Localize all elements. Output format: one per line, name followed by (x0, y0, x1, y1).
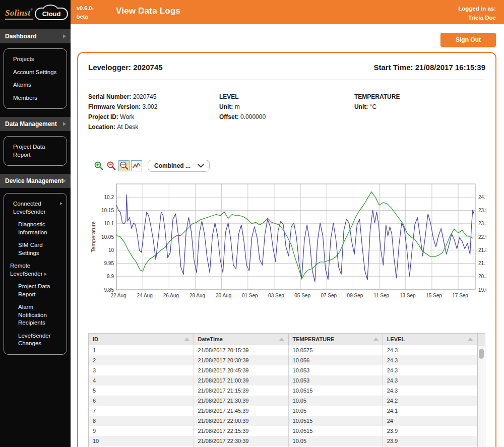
table-cell: 9 (89, 426, 194, 436)
info-label: Firmware Version: (88, 103, 142, 110)
user-name: Tricia Doe (458, 13, 496, 22)
info-value: m (235, 103, 240, 110)
zoom-in-icon[interactable] (93, 160, 104, 171)
table-cell: 2 (89, 355, 194, 365)
zoom-out-icon[interactable] (106, 160, 117, 171)
sidebar-section-label: Device Management (5, 177, 63, 184)
y-left-tick-label: 10 (108, 247, 114, 253)
table-cell: 24.3 (383, 345, 477, 356)
sidebar-item-connected-levelsender[interactable]: Connected LevelSender (4, 198, 67, 218)
logged-in-label: Logged in as: (458, 4, 496, 13)
sidebar-item-label: Diagnostic Information (18, 221, 47, 235)
sidebar-item-project-data-report[interactable]: Project Data Report (4, 141, 67, 161)
sidebar-item-label: Connected LevelSender (13, 201, 46, 215)
data-chart[interactable]: 10.210.1510.110.05109.959.99.8524.7123.9… (88, 180, 485, 312)
table-cell: 21/08/2017 21:30:39 (194, 396, 288, 406)
cloud-logo-shape: Cloud (35, 8, 68, 20)
sidebar-section-dashboard[interactable]: Dashboard (0, 29, 71, 43)
svg-text:100%: 100% (120, 163, 126, 166)
info-heading: TEMPERATURE (354, 93, 485, 100)
table-scrollbar[interactable] (477, 334, 485, 447)
table-cell: 10.0515 (288, 416, 383, 426)
table-row[interactable]: 1021/08/2017 22:30:3910.0523.9 (89, 436, 477, 446)
info-row: Unit: °C (354, 103, 485, 110)
chevron-right-icon (63, 179, 66, 183)
sidebar-item-label: Account Settings (13, 69, 56, 75)
sidebar-item-alarms[interactable]: Alarms (4, 79, 67, 92)
x-tick-label: 07 Sep (321, 293, 337, 298)
y-left-tick-label: 10.15 (101, 208, 114, 213)
sidebar-item-levelsender-changes[interactable]: LevelSender Changes (4, 330, 67, 350)
device-info-temperature: TEMPERATUREUnit: °C (354, 93, 485, 134)
table-row[interactable]: 321/08/2017 20:45:3910.05324.3 (89, 365, 477, 375)
start-time: Start Time: 21/08/2017 16:15:39 (373, 63, 485, 72)
x-tick-label: 24 Aug (137, 293, 153, 298)
sort-arrow-icon[interactable] (468, 338, 473, 341)
sidebar-item-projects[interactable]: Projects (4, 53, 67, 66)
table-cell: 10.0575 (288, 345, 383, 356)
info-label: Offset: (219, 113, 240, 120)
y-right-tick-label: 19.66 (478, 287, 486, 293)
table-cell: 24.2 (383, 396, 477, 406)
sidebar-section-label: Dashboard (5, 33, 37, 40)
table-cell: 10.05 (288, 406, 383, 416)
column-header-id[interactable]: ID (89, 334, 194, 345)
y-left-tick-label: 10.1 (104, 221, 114, 226)
data-table-container: IDDateTimeTEMPERATURELEVEL 121/08/2017 2… (88, 333, 485, 447)
sidebar-item-members[interactable]: Members (4, 92, 67, 105)
sidebar: Solinst® Cloud DashboardProjectsAccount … (0, 0, 71, 447)
sidebar-item-sim-card-settings[interactable]: SIM Card Settings (4, 239, 67, 260)
table-cell: 3 (89, 365, 194, 375)
table-cell: 24.3 (383, 386, 477, 396)
info-row: Unit: m (219, 103, 354, 110)
table-cell: 24.3 (383, 365, 477, 375)
sidebar-item-project-data-report[interactable]: Project Data Report (4, 280, 67, 301)
table-row[interactable]: 821/08/2017 22:00:3910.051524 (89, 416, 477, 426)
table-cell: 24.3 (383, 375, 477, 386)
sidebar-section-data-management[interactable]: Data Management (0, 117, 71, 131)
sign-out-button[interactable]: Sign Out (440, 33, 496, 47)
table-row[interactable]: 221/08/2017 20:30:3910.05624.3 (89, 355, 477, 365)
sidebar-section-device-management[interactable]: Device Management (0, 174, 71, 188)
table-row[interactable]: 621/08/2017 21:30:3910.0524.2 (89, 396, 477, 406)
info-value: Work (120, 113, 134, 120)
y-right-tick-label: 21.1 (478, 261, 486, 266)
sidebar-item-account-settings[interactable]: Account Settings (4, 66, 67, 79)
sidebar-item-label: Alarm Notification Recipients (18, 304, 47, 326)
table-row[interactable]: 921/08/2017 22:15:3910.051523.9 (89, 426, 477, 436)
table-row[interactable]: 721/08/2017 21:45:3910.0524.1 (89, 406, 477, 416)
table-cell: 10.0515 (288, 386, 383, 396)
sort-arrow-icon[interactable] (184, 338, 190, 341)
table-row[interactable]: 521/08/2017 21:15:3910.051524.3 (89, 386, 477, 396)
zoom-reset-icon[interactable]: 100% (118, 160, 130, 171)
sidebar-item-alarm-notification-recipients[interactable]: Alarm Notification Recipients (4, 301, 67, 330)
sidebar-item-label: LevelSender Changes (18, 333, 51, 347)
x-tick-label: 17 Sep (452, 293, 468, 298)
app-logo[interactable]: Solinst® Cloud (0, 0, 71, 28)
line-chart-icon[interactable] (131, 160, 142, 171)
column-header-temperature[interactable]: TEMPERATURE (288, 334, 383, 345)
sidebar-group: Project Data Report (4, 136, 67, 166)
sort-arrow-icon[interactable] (279, 338, 284, 341)
sidebar-item-remote-levelsender[interactable]: Remote LevelSender (4, 260, 67, 280)
chart-mode-dropdown[interactable]: Combined ... (148, 160, 210, 172)
sort-arrow-icon[interactable] (373, 338, 379, 341)
y-left-tick-label: 9.85 (104, 287, 114, 293)
table-scrollbar-cap (478, 334, 485, 346)
table-row[interactable]: 121/08/2017 20:15:3910.057524.3 (89, 345, 477, 356)
table-cell: 10.05 (288, 396, 383, 406)
column-header-datetime[interactable]: DateTime (194, 334, 288, 345)
table-scrollbar-thumb[interactable] (479, 349, 484, 359)
table-cell: 10.053 (288, 375, 383, 386)
y-left-axis-title: Temperature (90, 221, 96, 252)
x-tick-label: 15 Sep (426, 293, 442, 298)
sidebar-item-label: Members (13, 95, 37, 101)
table-cell: 24.3 (383, 355, 477, 365)
table-row[interactable]: 421/08/2017 21:00:3910.05324.3 (89, 375, 477, 386)
column-header-level[interactable]: LEVEL (383, 334, 477, 345)
sidebar-item-diagnostic-information[interactable]: Diagnostic Information (4, 218, 67, 239)
registered-mark: ® (30, 8, 33, 11)
chevron-right-icon (60, 202, 62, 205)
info-value: 0.000000 (240, 113, 266, 120)
x-tick-label: 30 Aug (216, 293, 231, 298)
